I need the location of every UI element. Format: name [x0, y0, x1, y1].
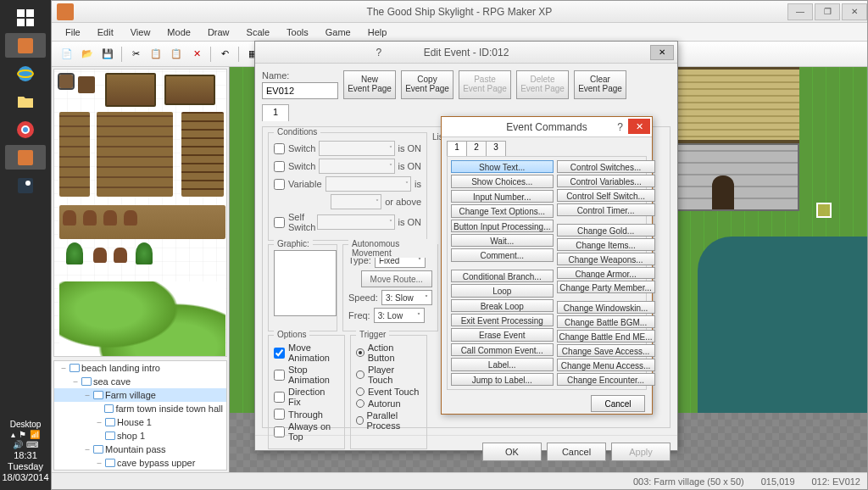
cmd-button[interactable]: Show Choices...	[451, 175, 554, 187]
event-marker[interactable]	[816, 203, 832, 218]
cond-switch1-check[interactable]	[274, 143, 285, 154]
edit-event-close[interactable]: ✕	[650, 45, 674, 60]
trg-player[interactable]	[356, 370, 364, 379]
cond-switch2-select[interactable]	[319, 159, 394, 174]
cmd-button[interactable]: Change Party Member...	[557, 281, 655, 293]
cmd-button[interactable]: Break Loop	[451, 299, 554, 312]
speed-select[interactable]: 3: Slow	[381, 290, 432, 305]
taskbar-steam-icon[interactable]	[5, 173, 46, 198]
taskbar-chrome-icon[interactable]	[5, 117, 46, 142]
cmd-button[interactable]: Change Windowskin...	[557, 301, 655, 314]
map-tree-item[interactable]: –House 1	[54, 415, 226, 429]
cmd-button[interactable]: Control Self Switch...	[557, 189, 655, 202]
menu-tools[interactable]: Tools	[278, 25, 317, 40]
minimize-button[interactable]: —	[787, 3, 813, 20]
menu-mode[interactable]: Mode	[159, 25, 199, 40]
cond-variable-check[interactable]	[274, 179, 285, 190]
menu-file[interactable]: File	[57, 25, 89, 40]
opt-ontop[interactable]	[274, 426, 285, 437]
cmd-button[interactable]: Control Switches...	[557, 160, 655, 173]
delete-icon[interactable]: ✕	[188, 46, 205, 63]
menu-scale[interactable]: Scale	[238, 25, 279, 40]
cond-switch2-check[interactable]	[274, 161, 285, 172]
new-icon[interactable]: 📄	[58, 46, 75, 63]
tray-icons[interactable]: ▴⚑📶	[0, 430, 51, 439]
cmd-button[interactable]: Erase Event	[451, 328, 554, 341]
trg-event[interactable]	[356, 387, 364, 396]
cmd-button[interactable]: Change Armor...	[557, 267, 655, 280]
opt-dirfix[interactable]	[274, 392, 285, 403]
map-tree-item[interactable]: –beach landing intro	[54, 361, 226, 375]
map-tree-item[interactable]: –Farm village	[54, 388, 226, 402]
opt-through[interactable]	[274, 409, 285, 420]
cmd-tab-1[interactable]: 1	[447, 141, 467, 156]
menu-help[interactable]: Help	[359, 25, 396, 40]
cmd-button[interactable]: Jump to Label...	[451, 373, 554, 386]
cmd-button[interactable]: Change Battle BGM...	[557, 315, 655, 328]
taskbar-game-icon[interactable]	[5, 145, 46, 170]
cmd-button[interactable]: Change Save Access...	[557, 344, 655, 357]
cmd-tab-2[interactable]: 2	[466, 141, 487, 156]
cmd-button[interactable]: Input Number...	[451, 190, 554, 203]
map-tree-item[interactable]: farm town inside town hall	[54, 402, 226, 415]
event-commands-titlebar[interactable]: Event Commands ? ✕	[442, 117, 652, 137]
cond-variable-select[interactable]	[326, 176, 412, 192]
opt-stopanim[interactable]	[274, 370, 285, 381]
cmd-button[interactable]: Change Items...	[557, 238, 655, 251]
graphic-box[interactable]	[274, 250, 337, 316]
event-commands-cancel[interactable]: Cancel	[591, 395, 645, 412]
help-button[interactable]: ?	[376, 47, 557, 58]
cmd-button[interactable]: Control Variables...	[557, 175, 655, 187]
map-tree-item[interactable]: –Mountain pass	[54, 443, 226, 456]
trg-auto[interactable]	[356, 399, 364, 408]
trg-parallel[interactable]	[356, 416, 364, 425]
map-tree-item[interactable]: –sea cave	[54, 375, 226, 388]
cmd-button[interactable]: Label...	[451, 358, 554, 370]
cmd-button[interactable]: Change Weapons...	[557, 253, 655, 265]
save-icon[interactable]: 💾	[99, 46, 116, 63]
start-button[interactable]	[5, 5, 46, 30]
cmd-button[interactable]: Loop	[451, 284, 554, 297]
taskbar-ie-icon[interactable]	[5, 61, 46, 86]
map-tree-item[interactable]: shop 1	[54, 429, 226, 443]
copy-event-page-button[interactable]: Copy Event Page	[401, 70, 453, 99]
close-button[interactable]: ✕	[842, 3, 867, 20]
cmd-button[interactable]: Call Common Event...	[451, 343, 554, 356]
cmd-button[interactable]: Change Menu Access...	[557, 359, 655, 371]
desktop-label[interactable]: Desktop	[0, 420, 51, 429]
tray-icons-2[interactable]: 🔊⌨	[0, 440, 51, 449]
event-name-input[interactable]	[262, 82, 338, 99]
opt-moveanim[interactable]	[274, 348, 285, 359]
cond-selfswitch-check[interactable]	[274, 217, 285, 228]
map-tree[interactable]: –beach landing intro–sea cave–Farm villa…	[53, 360, 227, 471]
menu-game[interactable]: Game	[317, 25, 359, 40]
cmd-button[interactable]: Change Gold...	[557, 224, 655, 237]
edit-event-cancel[interactable]: Cancel	[547, 443, 606, 461]
edit-event-titlebar[interactable]: Edit Event - ID:012 ? ✕	[255, 42, 677, 64]
cmd-button[interactable]: Comment...	[451, 248, 554, 261]
trg-action[interactable]	[356, 348, 364, 357]
clear-event-page-button[interactable]: Clear Event Page	[574, 70, 626, 99]
cmd-button[interactable]: Change Battle End ME...	[557, 330, 655, 342]
event-commands-help[interactable]: ?	[617, 121, 623, 133]
cmd-button[interactable]: Control Timer...	[557, 203, 655, 216]
map-tree-item[interactable]: –cave bypass upper	[54, 456, 226, 470]
new-event-page-button[interactable]: New Event Page	[343, 70, 396, 99]
copy-icon[interactable]: 📋	[147, 46, 164, 63]
event-page-tab-1[interactable]: 1	[262, 104, 289, 121]
cmd-tab-3[interactable]: 3	[486, 141, 506, 156]
maximize-button[interactable]: ❐	[815, 3, 840, 20]
menu-edit[interactable]: Edit	[89, 25, 122, 40]
edit-event-ok[interactable]: OK	[482, 443, 542, 461]
event-commands-close[interactable]: ✕	[628, 119, 650, 134]
menu-draw[interactable]: Draw	[199, 25, 238, 40]
cut-icon[interactable]: ✂	[127, 46, 144, 63]
menu-view[interactable]: View	[122, 25, 159, 40]
cond-switch1-select[interactable]	[319, 141, 394, 156]
cmd-button[interactable]: Change Text Options...	[451, 204, 554, 217]
freq-select[interactable]: 3: Low	[374, 308, 425, 323]
taskbar-explorer-icon[interactable]	[5, 89, 46, 114]
paste-icon[interactable]: 📋	[168, 46, 185, 63]
cond-selfswitch-select[interactable]	[317, 214, 395, 230]
cmd-button[interactable]: Change Encounter...	[557, 373, 655, 386]
